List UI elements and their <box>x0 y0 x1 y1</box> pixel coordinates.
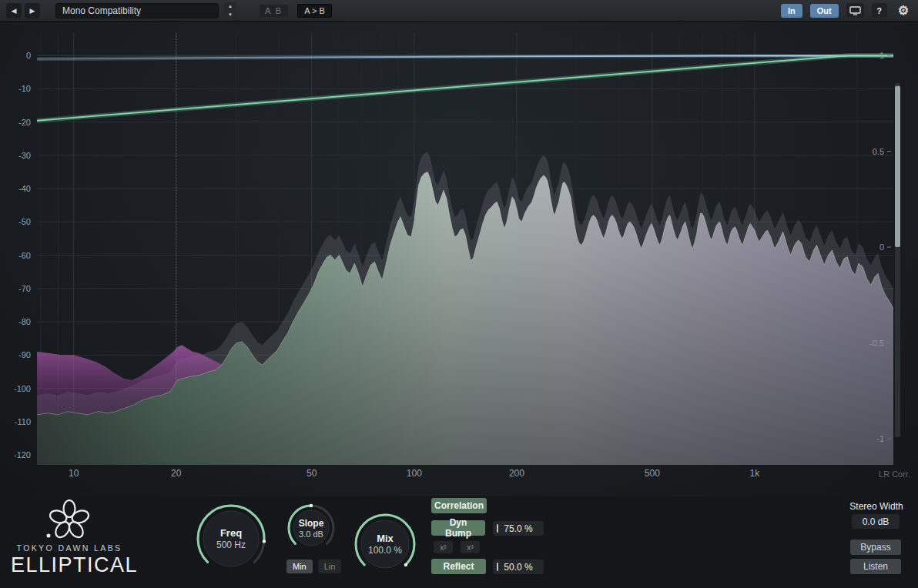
axis-tick-label: 0 <box>879 242 884 252</box>
stepper-down-icon[interactable]: ▼ <box>224 11 236 19</box>
next-preset-button[interactable]: ▶ <box>25 3 40 18</box>
spectrum-analyzer: 0-10-20-30-40-50-60-70-80-90-100-110-120… <box>0 22 918 496</box>
axis-tick-label: -20 <box>18 118 31 127</box>
axis-tick-label: -120 <box>14 450 31 459</box>
slope-mode-buttons: Min Lin <box>286 560 341 573</box>
a-to-b-button[interactable]: A > B <box>297 4 332 18</box>
in-button[interactable]: In <box>781 4 802 18</box>
arrow-left-icon: ◀ <box>12 7 17 15</box>
freq-knob[interactable]: Freq 500 Hz <box>194 502 268 576</box>
slope-knob[interactable]: Slope 3.0 dB <box>285 502 337 554</box>
bypass-button[interactable]: Bypass <box>850 540 901 555</box>
correlation-button[interactable]: Correlation <box>431 498 487 513</box>
flower-icon <box>42 499 97 541</box>
ab-toggle[interactable]: A B <box>260 5 288 17</box>
reflect-amount-field[interactable]: 50.0 % <box>493 560 544 574</box>
axis-tick-label: -0.5 <box>869 339 884 348</box>
x-cubed-button[interactable]: x³ <box>461 541 480 553</box>
axis-tick-label: 0 <box>26 51 31 60</box>
help-button[interactable]: ? <box>872 3 887 18</box>
axis-tick-label: -110 <box>15 417 31 426</box>
preset-stepper[interactable]: ▲ ▼ <box>224 2 236 19</box>
axis-tick-label: 20 <box>171 468 182 479</box>
preset-name: Mono Compatibility <box>62 5 141 16</box>
axis-tick-label: 200 <box>509 468 524 479</box>
lr-corr-axis-label: LR Corr. <box>879 469 910 479</box>
axis-tick-label: -60 <box>18 251 31 260</box>
axis-tick-label: 500 <box>645 468 660 479</box>
arrow-right-icon: ▶ <box>30 7 35 15</box>
axis-tick-label: -10 <box>18 84 31 93</box>
control-panel: TOKYO DAWN LABS ELLIPTICAL Freq 500 Hz <box>0 496 918 588</box>
axis-tick-label: 1 <box>879 51 884 60</box>
display-options-button[interactable] <box>846 3 864 18</box>
axis-tick-label: 10 <box>69 468 79 479</box>
axis-tick-label: 50 <box>307 468 317 479</box>
dyn-bump-button[interactable]: Dyn Bump <box>431 520 485 536</box>
knob-position-dot <box>263 540 266 543</box>
axis-tick-label: -50 <box>18 217 31 226</box>
knob-position-dot <box>404 563 407 566</box>
stereo-width-field[interactable]: 0.0 dB <box>852 514 900 529</box>
stereo-width-label: Stereo Width <box>836 501 916 512</box>
axis-tick-label: 1k <box>750 468 761 479</box>
toolbar: ◀ ▶ Mono Compatibility ▲ ▼ A B A > B In … <box>0 0 918 22</box>
prev-preset-button[interactable]: ◀ <box>6 3 22 18</box>
axis-tick-label: 100 <box>407 468 422 479</box>
preset-selector[interactable]: Mono Compatibility <box>55 3 219 18</box>
axis-tick-label: -40 <box>18 184 31 193</box>
mix-knob[interactable]: Mix 100.0 % <box>352 511 418 577</box>
axis-tick-label: -80 <box>18 317 31 326</box>
slope-min-button[interactable]: Min <box>286 560 313 573</box>
slope-lin-button[interactable]: Lin <box>318 560 342 573</box>
axis-tick-label: -30 <box>18 151 31 160</box>
knob-position-dot <box>310 504 313 507</box>
reflect-button[interactable]: Reflect <box>431 559 486 574</box>
brand-company: TOKYO DAWN LABS <box>11 543 128 553</box>
listen-button[interactable]: Listen <box>850 559 901 574</box>
monitor-icon <box>849 6 861 15</box>
plugin-window: ◀ ▶ Mono Compatibility ▲ ▼ A B A > B In … <box>0 0 918 588</box>
axis-tick-label: -70 <box>18 284 31 293</box>
axis-tick-label: -100 <box>14 384 31 393</box>
settings-gear-button[interactable]: ⚙ <box>895 3 912 18</box>
brand-logo: TOKYO DAWN LABS ELLIPTICAL <box>11 499 128 577</box>
spectrum-plot: 0-10-20-30-40-50-60-70-80-90-100-110-120… <box>0 22 918 496</box>
gear-icon: ⚙ <box>898 3 909 18</box>
out-button[interactable]: Out <box>810 4 839 18</box>
dyn-bump-amount-field[interactable]: 75.0 % <box>493 521 544 536</box>
correlation-meter-value <box>895 86 900 247</box>
x-squared-button[interactable]: x² <box>434 541 453 553</box>
axis-tick-label: -1 <box>876 434 884 443</box>
axis-tick-label: -90 <box>18 350 31 359</box>
axis-tick-label: 0.5 <box>873 147 884 156</box>
stepper-up-icon[interactable]: ▲ <box>224 2 236 11</box>
brand-product: ELLIPTICAL <box>11 553 128 577</box>
